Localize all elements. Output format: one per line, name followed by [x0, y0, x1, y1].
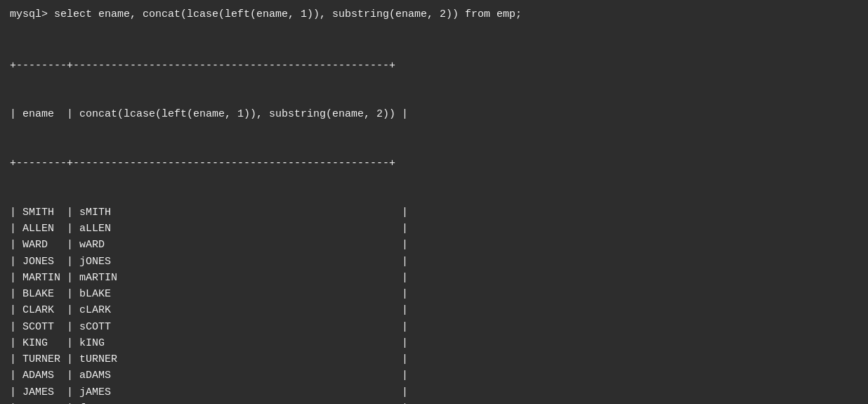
table-row: | BLAKE | bLAKE |: [10, 286, 858, 302]
table-row: | JAMES | jAMES |: [10, 384, 858, 400]
separator-top: +--------+------------------------------…: [10, 58, 858, 74]
table-row: | ALLEN | aLLEN |: [10, 221, 858, 237]
table-header: | ename | concat(lcase(left(ename, 1)), …: [10, 106, 858, 122]
table-row: | ADAMS | aDAMS |: [10, 367, 858, 384]
terminal-window: mysql> select ename, concat(lcase(left(e…: [10, 8, 858, 396]
table-row: | FORD | fORD |: [10, 400, 858, 404]
table-row: | SMITH | sMITH |: [10, 204, 858, 221]
table-row: | KING | kING |: [10, 335, 858, 351]
query-result-table: +--------+------------------------------…: [10, 25, 858, 404]
table-row: | TURNER | tURNER |: [10, 351, 858, 367]
table-row: | SCOTT | sCOTT |: [10, 319, 858, 335]
separator-mid: +--------+------------------------------…: [10, 155, 858, 171]
table-rows: | SMITH | sMITH || ALLEN | aLLEN || WARD…: [10, 204, 858, 404]
sql-command: mysql> select ename, concat(lcase(left(e…: [10, 8, 858, 20]
table-row: | MARTIN | mARTIN |: [10, 270, 858, 286]
table-row: | CLARK | cLARK |: [10, 302, 858, 318]
table-row: | JONES | jONES |: [10, 254, 858, 270]
table-row: | WARD | wARD |: [10, 237, 858, 253]
